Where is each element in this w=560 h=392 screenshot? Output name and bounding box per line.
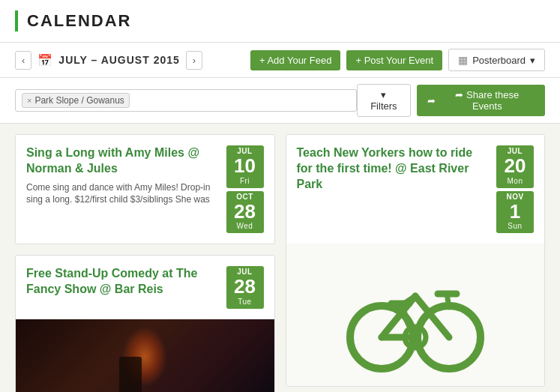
share-events-button[interactable]: ➦ ➦ Share these Events xyxy=(417,85,545,116)
search-area[interactable]: × Park Slope / Gowanus xyxy=(15,89,357,112)
event-title-2: Free Stand-Up Comedy at The Fancy Show @… xyxy=(26,266,217,298)
tag-label: Park Slope / Gowanus xyxy=(34,95,124,106)
date-block-jul-20: JUL 20 Mon xyxy=(496,145,534,188)
date-day: 10 xyxy=(231,155,259,177)
event-title-1: Sing a Long with Amy Miles @ Norman & Ju… xyxy=(26,145,217,177)
share-icon: ➦ xyxy=(427,95,436,106)
date-block-nov-1: NOV 1 Sun xyxy=(496,191,534,234)
date-weekday-sun: Sun xyxy=(501,222,529,230)
toolbar-right: + Add Your Feed + Post Your Event ▦ Post… xyxy=(250,49,545,71)
filters-button[interactable]: ▾ Filters xyxy=(357,84,410,117)
event-card-3[interactable]: Teach New Yorkers how to ride for the fi… xyxy=(286,134,546,387)
event-info-2: Free Stand-Up Comedy at The Fancy Show @… xyxy=(26,266,217,309)
main-content: Sing a Long with Amy Miles @ Norman & Ju… xyxy=(0,124,560,392)
event-desc-1: Come sing and dance with Amy Miles! Drop… xyxy=(26,181,217,207)
month-range-label: JULY – AUGUST 2015 xyxy=(58,54,179,66)
event-card-2[interactable]: Free Stand-Up Comedy at The Fancy Show @… xyxy=(15,255,275,392)
posterboard-chevron-icon: ▾ xyxy=(530,55,535,66)
toolbar: ‹ 📅 JULY – AUGUST 2015 › + Add Your Feed… xyxy=(0,43,560,78)
next-month-button[interactable]: › xyxy=(186,51,202,70)
date-day-20: 20 xyxy=(501,155,529,177)
date-month-oct: OCT xyxy=(231,193,259,201)
event-card-top-2: Free Stand-Up Comedy at The Fancy Show @… xyxy=(16,256,274,319)
event-card-1[interactable]: Sing a Long with Amy Miles @ Norman & Ju… xyxy=(15,134,275,244)
event-dates-2: JUL 28 Tue xyxy=(226,266,264,309)
right-column: Teach New Yorkers how to ride for the fi… xyxy=(286,134,546,392)
event-info-3: Teach New Yorkers how to ride for the fi… xyxy=(297,145,488,233)
event-info-1: Sing a Long with Amy Miles @ Norman & Ju… xyxy=(26,145,217,233)
event-dates-1: JUL 10 Fri OCT 28 Wed xyxy=(226,145,264,233)
calendar-icon: 📅 xyxy=(37,53,52,67)
page-title: CALENDAR xyxy=(27,11,131,31)
date-weekday-wed: Wed xyxy=(231,222,259,230)
date-weekday-tue: Tue xyxy=(231,298,259,306)
bike-image xyxy=(286,244,545,386)
grid-icon: ▦ xyxy=(458,54,468,66)
prev-month-button[interactable]: ‹ xyxy=(15,51,31,70)
svg-line-9 xyxy=(447,294,449,307)
event-dates-3: JUL 20 Mon NOV 1 Sun xyxy=(496,145,534,233)
share-label: ➦ Share these Events xyxy=(440,89,535,112)
event-image-bar-reis xyxy=(16,319,274,392)
date-block-oct-28: OCT 28 Wed xyxy=(226,191,264,234)
bar-scene xyxy=(16,319,274,392)
date-block-jul-10: JUL 10 Fri xyxy=(226,145,264,188)
date-day-1: 1 xyxy=(501,201,529,223)
nav-controls: ‹ 📅 JULY – AUGUST 2015 › xyxy=(15,51,202,70)
posterboard-label: Posterboard xyxy=(472,55,526,66)
bar-figure xyxy=(119,357,142,392)
date-weekday: Fri xyxy=(231,177,259,185)
header-title-bar: CALENDAR xyxy=(15,10,131,42)
event-title-3: Teach New Yorkers how to ride for the fi… xyxy=(297,145,488,192)
date-day-28: 28 xyxy=(231,201,259,223)
tag-remove-icon[interactable]: × xyxy=(27,96,31,105)
add-feed-button[interactable]: + Add Your Feed xyxy=(250,50,341,70)
date-weekday-mon: Mon xyxy=(501,177,529,185)
date-month-nov: NOV xyxy=(501,193,529,201)
header: CALENDAR xyxy=(0,0,560,43)
left-column: Sing a Long with Amy Miles @ Norman & Ju… xyxy=(15,134,275,392)
bicycle-svg xyxy=(340,255,490,375)
location-tag[interactable]: × Park Slope / Gowanus xyxy=(22,93,130,108)
date-day-28b: 28 xyxy=(231,276,259,298)
filter-row: × Park Slope / Gowanus ▾ Filters ➦ ➦ Sha… xyxy=(0,78,560,124)
title-border-accent xyxy=(15,10,18,31)
date-block-jul-28: JUL 28 Tue xyxy=(226,266,264,309)
post-event-button[interactable]: + Post Your Event xyxy=(346,50,442,70)
posterboard-button[interactable]: ▦ Posterboard ▾ xyxy=(448,49,545,71)
event-card-right-top-3: Teach New Yorkers how to ride for the fi… xyxy=(286,135,545,244)
filter-right: ▾ Filters ➦ ➦ Share these Events xyxy=(357,84,545,117)
